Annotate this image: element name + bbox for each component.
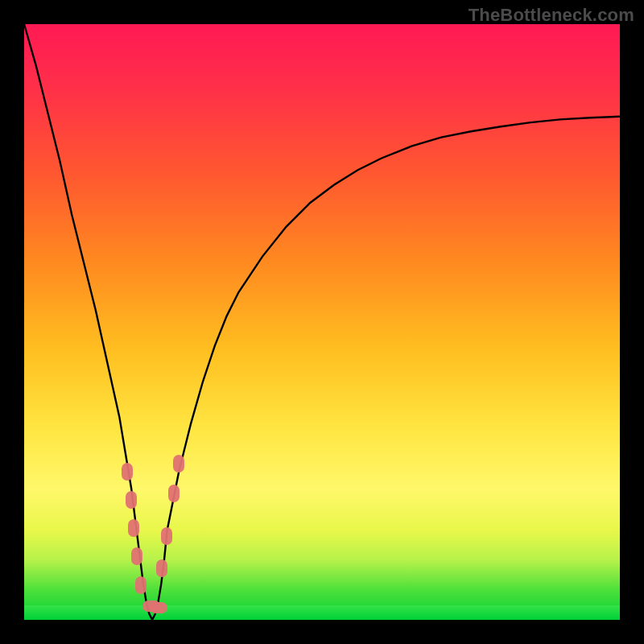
svg-rect-2 [128, 519, 139, 537]
plot-area [24, 24, 620, 620]
baseline-bar [24, 605, 620, 620]
svg-rect-4 [135, 576, 147, 594]
svg-rect-3 [131, 547, 142, 565]
svg-rect-1 [126, 491, 137, 509]
svg-rect-10 [173, 455, 184, 473]
watermark-text: TheBottleneck.com [469, 5, 634, 26]
svg-rect-8 [161, 527, 172, 545]
curve-layer [24, 24, 620, 620]
svg-rect-9 [168, 485, 180, 502]
svg-rect-0 [122, 463, 133, 481]
chart-frame: TheBottleneck.com [0, 0, 644, 644]
bottleneck-curve [24, 24, 620, 620]
curve-markers [122, 455, 184, 613]
svg-rect-7 [156, 559, 167, 577]
